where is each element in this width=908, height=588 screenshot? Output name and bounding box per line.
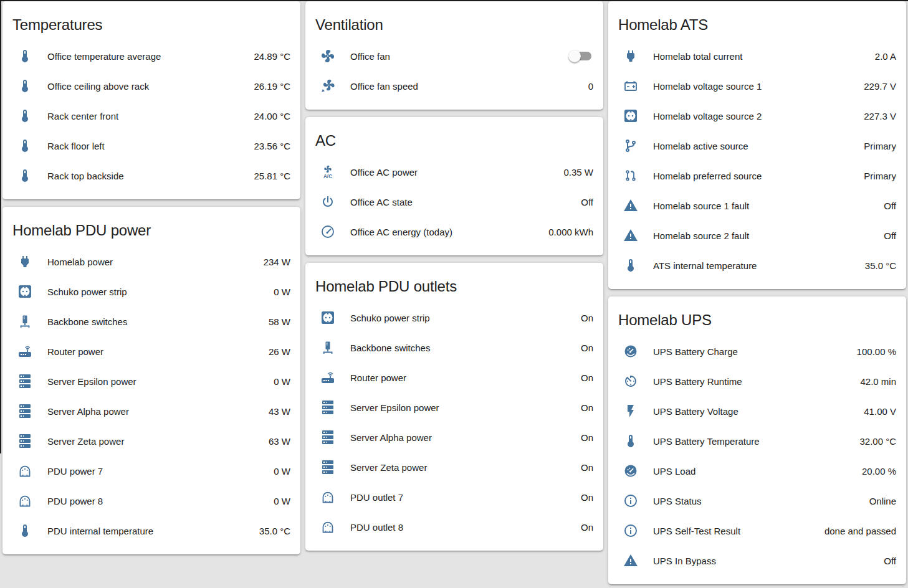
entity-name: Office fan [350, 51, 563, 62]
entity-name: Homelab power [47, 257, 259, 267]
entity-row[interactable]: Rack floor left23.56 °C [2, 131, 300, 161]
power-icon [315, 194, 340, 209]
entity-row[interactable]: Office AC stateOff [305, 187, 603, 217]
entity-state: On [581, 462, 593, 473]
entity-row[interactable]: Homelab preferred sourcePrimary [608, 161, 906, 191]
entity-row[interactable]: UPS StatusOnline [608, 486, 906, 516]
thermometer-icon [12, 78, 37, 93]
entity-row[interactable]: Homelab source 2 faultOff [608, 220, 906, 250]
entity-row[interactable]: PDU outlet 7On [305, 482, 603, 512]
toggle-switch[interactable] [568, 50, 593, 62]
entity-row[interactable]: A/COffice AC power0.35 W [305, 157, 603, 187]
entity-row[interactable]: Schuko power stripOn [305, 303, 603, 333]
entity-state: On [581, 372, 593, 383]
entity-name: Office AC state [350, 197, 576, 207]
entity-row[interactable]: Homelab voltage source 1229.7 V [608, 71, 906, 101]
entity-row[interactable]: Server Epsilon power0 W [2, 366, 300, 396]
server-icon [315, 400, 340, 415]
gauge-filled-icon [618, 344, 643, 359]
card-title: Ventilation [305, 1, 603, 41]
entity-row[interactable]: Router powerOn [305, 363, 603, 392]
entity-name: PDU internal temperature [47, 526, 254, 536]
fan-speed-icon [315, 78, 340, 93]
information-icon [618, 523, 643, 538]
entity-row[interactable]: Office temperature average24.89 °C [2, 41, 300, 71]
entity-row[interactable]: Homelab active sourcePrimary [608, 131, 906, 161]
entity-row[interactable]: Schuko power strip0 W [2, 277, 300, 306]
entity-name: Backbone switches [47, 316, 264, 327]
entity-row[interactable]: Server Alpha power43 W [2, 396, 300, 426]
entity-row[interactable]: UPS Battery Runtime42.0 min [608, 366, 906, 396]
entity-row[interactable]: Office fan speed0 [305, 71, 603, 101]
entity-name: UPS Battery Temperature [653, 436, 854, 447]
entity-row[interactable]: Rack top backside25.81 °C [2, 161, 300, 191]
entity-row[interactable]: Backbone switchesOn [305, 333, 603, 363]
car-battery-icon [618, 78, 643, 93]
entity-state: Off [581, 197, 593, 207]
entity-name: Server Zeta power [47, 436, 264, 447]
gauge-icon [315, 224, 340, 239]
entity-name: PDU power 8 [47, 496, 269, 506]
entity-row[interactable]: PDU power 80 W [2, 486, 300, 516]
entity-row[interactable]: Server Zeta power63 W [2, 426, 300, 456]
entity-row[interactable]: PDU power 70 W [2, 456, 300, 486]
entity-row[interactable]: PDU outlet 8On [305, 512, 603, 542]
entity-row[interactable]: UPS Load20.00 % [608, 456, 906, 486]
entity-row[interactable]: Homelab power234 W [2, 247, 300, 277]
entity-state: 63 W [269, 436, 290, 447]
entity-row[interactable]: Office ceiling above rack26.19 °C [2, 71, 300, 101]
thermometer-icon [12, 108, 37, 123]
entity-name: Office ceiling above rack [47, 81, 249, 92]
entity-state: 229.7 V [864, 81, 896, 92]
entity-row[interactable]: Router power26 W [2, 336, 300, 366]
entity-state: 23.56 °C [254, 141, 290, 151]
entity-row[interactable]: UPS Battery Temperature32.00 °C [608, 426, 906, 456]
entity-row[interactable]: UPS Self-Test Resultdone and passed [608, 516, 906, 546]
thermometer-icon [618, 258, 643, 273]
entity-state: Off [884, 556, 896, 566]
entity-state: On [581, 313, 593, 323]
entity-state: 20.00 % [862, 466, 896, 477]
window-left-edge [0, 0, 1, 453]
meter-electric-icon [315, 519, 340, 534]
card-ac: ACA/COffice AC power0.35 WOffice AC stat… [305, 117, 603, 255]
entity-row[interactable]: Server Alpha powerOn [305, 422, 603, 452]
entity-row[interactable]: UPS In BypassOff [608, 546, 906, 576]
thermometer-icon [618, 434, 643, 448]
entity-row[interactable]: Homelab voltage source 2227.3 V [608, 101, 906, 131]
power-socket-icon [315, 310, 340, 325]
window-top-edge [0, 0, 908, 1]
entity-row[interactable]: Server Epsilon powerOn [305, 392, 603, 422]
entity-name: Homelab total current [653, 51, 870, 62]
dashboard-column: VentilationOffice fanOffice fan speed0AC… [305, 1, 603, 558]
entity-row[interactable]: Homelab total current2.0 A [608, 41, 906, 71]
entity-row[interactable]: Office fan [305, 41, 603, 71]
entity-state: On [581, 492, 593, 503]
entity-name: UPS Battery Charge [653, 346, 852, 357]
entity-row[interactable]: ATS internal temperature35.0 °C [608, 250, 906, 280]
server-icon [12, 404, 37, 419]
entity-row[interactable]: UPS Battery Voltage41.00 V [608, 396, 906, 426]
entity-row[interactable]: Server Zeta powerOn [305, 452, 603, 482]
alert-icon [618, 553, 643, 568]
entity-name: Homelab preferred source [653, 171, 859, 181]
power-socket-icon [618, 108, 643, 123]
entity-row[interactable]: Rack center front24.00 °C [2, 101, 300, 131]
entity-row[interactable]: Homelab source 1 faultOff [608, 191, 906, 220]
entity-name: Rack top backside [47, 171, 249, 181]
entity-row[interactable]: Office AC energy (today)0.000 kWh [305, 217, 603, 247]
entity-state: 0.35 W [563, 167, 593, 178]
card-title: Homelab UPS [608, 296, 906, 336]
router-wireless-icon [12, 344, 37, 359]
entity-row[interactable]: Backbone switches58 W [2, 306, 300, 336]
entity-state: Online [869, 496, 896, 506]
entity-name: Server Epsilon power [350, 402, 576, 413]
entity-row[interactable]: PDU internal temperature35.0 °C [2, 516, 300, 546]
entity-state: 35.0 °C [259, 526, 290, 536]
server-icon [315, 430, 340, 445]
entity-row[interactable]: UPS Battery Charge100.00 % [608, 336, 906, 366]
fan-icon [315, 49, 340, 64]
information-icon [618, 493, 643, 508]
power-plug-icon [618, 49, 643, 64]
entity-state: 41.00 V [864, 406, 896, 417]
